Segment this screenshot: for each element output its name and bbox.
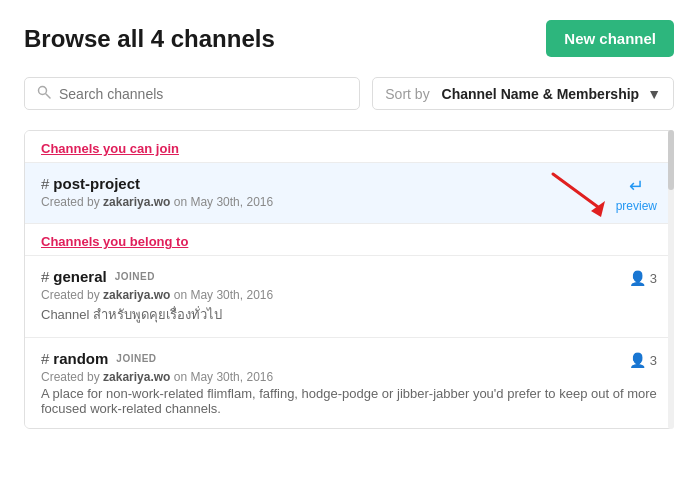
channel-item-post-project[interactable]: #post-projectCreated by zakariya.wo on M… (25, 163, 673, 224)
scrollbar-track[interactable] (668, 130, 674, 429)
section-header-can-join: Channels you can join (25, 131, 673, 163)
member-count: 👤3 (629, 352, 657, 368)
member-count-value: 3 (650, 271, 657, 286)
scrollbar-thumb[interactable] (668, 130, 674, 190)
page-title: Browse all 4 channels (24, 25, 275, 53)
preview-action[interactable]: ↵ preview (616, 175, 657, 213)
channel-list: Channels you can join#post-projectCreate… (24, 130, 674, 429)
joined-badge: JOINED (116, 353, 156, 364)
member-count-value: 3 (650, 353, 657, 368)
hash-icon: # (41, 350, 49, 367)
channel-item-general[interactable]: #generalJOINEDCreated by zakariya.wo on … (25, 256, 673, 338)
controls-row: Sort by Channel Name & Membership ▼ (24, 77, 674, 110)
page-header: Browse all 4 channels New channel (24, 20, 674, 57)
search-wrapper (24, 77, 360, 110)
channel-name-row: #generalJOINED (41, 268, 657, 285)
search-input[interactable] (59, 86, 347, 102)
members-icon: 👤 (629, 270, 646, 286)
search-icon (37, 85, 51, 102)
channel-item-random[interactable]: #randomJOINEDCreated by zakariya.wo on M… (25, 338, 673, 428)
sort-dropdown[interactable]: Sort by Channel Name & Membership ▼ (372, 77, 674, 110)
channel-list-wrapper: Channels you can join#post-projectCreate… (24, 130, 674, 429)
member-count: 👤3 (629, 270, 657, 286)
members-icon: 👤 (629, 352, 646, 368)
svg-line-1 (46, 94, 50, 98)
svg-point-0 (39, 87, 47, 95)
channel-name: post-project (53, 175, 140, 192)
channel-name-row: #randomJOINED (41, 350, 657, 367)
joined-badge: JOINED (115, 271, 155, 282)
channel-meta: Created by zakariya.wo on May 30th, 2016 (41, 195, 657, 209)
channel-meta: Created by zakariya.wo on May 30th, 2016 (41, 288, 657, 302)
return-icon: ↵ (629, 175, 644, 197)
section-header-belong-to: Channels you belong to (25, 224, 673, 256)
preview-label: preview (616, 199, 657, 213)
channel-description: Channel สำหรับพูดคุยเรื่องทั่วไป (41, 304, 657, 325)
new-channel-button[interactable]: New channel (546, 20, 674, 57)
channel-name: general (53, 268, 106, 285)
chevron-down-icon: ▼ (647, 86, 661, 102)
channel-description: A place for non-work-related flimflam, f… (41, 386, 657, 416)
sort-label: Sort by (385, 86, 429, 102)
channel-name: random (53, 350, 108, 367)
sort-value: Channel Name & Membership (442, 86, 640, 102)
hash-icon: # (41, 268, 49, 285)
channel-meta: Created by zakariya.wo on May 30th, 2016 (41, 370, 657, 384)
hash-icon: # (41, 175, 49, 192)
channel-name-row: #post-project (41, 175, 657, 192)
